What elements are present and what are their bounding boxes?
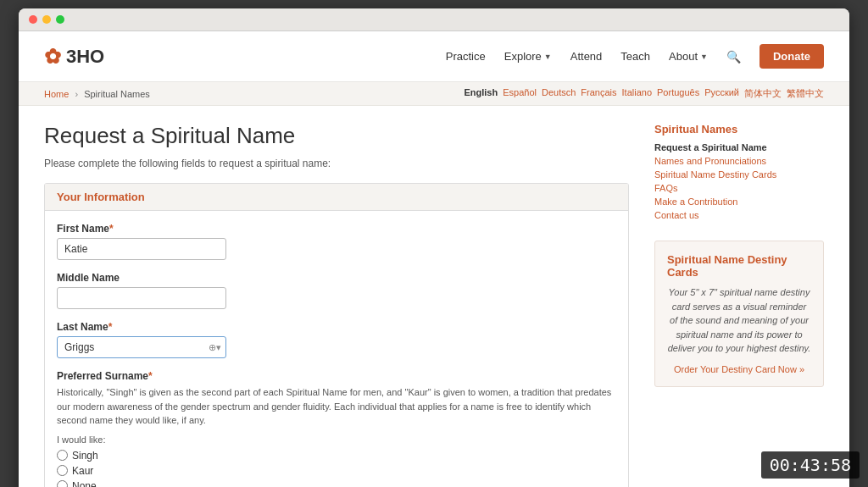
breadcrumb-home[interactable]: Home xyxy=(44,89,69,99)
sidebar-item-contribute[interactable]: Make a Contribution xyxy=(654,196,824,207)
explore-chevron-down-icon: ▼ xyxy=(544,53,552,61)
sidebar-card-link[interactable]: Order Your Destiny Card Now » xyxy=(667,364,811,374)
browser-window: ✿ 3HO Practice Explore ▼ Attend Teach Ab… xyxy=(19,8,849,487)
lang-francais[interactable]: Français xyxy=(581,87,616,100)
donate-button[interactable]: Donate xyxy=(760,44,824,69)
radio-none[interactable]: None xyxy=(57,480,616,488)
first-name-field: First Name* xyxy=(57,223,616,260)
lang-portugues[interactable]: Português xyxy=(657,87,699,100)
radio-kaur-input[interactable] xyxy=(57,465,68,476)
first-name-required: * xyxy=(109,223,114,235)
nav-link-practice[interactable]: Practice xyxy=(446,50,486,63)
radio-kaur-label: Kaur xyxy=(72,465,93,477)
radio-kaur[interactable]: Kaur xyxy=(57,465,616,477)
close-dot[interactable] xyxy=(29,15,37,24)
nav-dropdown-explore[interactable]: Explore ▼ xyxy=(504,50,552,63)
timer-value: 00:43:58 xyxy=(770,455,851,475)
nav-dropdown-about[interactable]: About ▼ xyxy=(669,50,708,63)
nav-link-about-label: About xyxy=(669,50,698,63)
last-name-label: Last Name* xyxy=(57,321,616,333)
browser-content: ✿ 3HO Practice Explore ▼ Attend Teach Ab… xyxy=(19,31,849,487)
breadcrumb-bar: Home › Spiritual Names English Español D… xyxy=(19,82,849,106)
middle-name-label: Middle Name xyxy=(57,272,616,284)
preferred-surname-label: Preferred Surname* xyxy=(57,370,616,382)
language-switcher: English Español Deutsch Français Italian… xyxy=(464,87,824,100)
logo-text: 3HO xyxy=(66,46,104,68)
page-subtitle: Please complete the following fields to … xyxy=(44,158,629,169)
last-name-input-wrapper: ⊕▾ xyxy=(57,336,226,358)
your-information-form: Your Information First Name* M xyxy=(44,183,629,487)
last-name-input[interactable] xyxy=(57,336,226,358)
sidebar-item-names[interactable]: Names and Pronunciations xyxy=(654,156,824,166)
preferred-surname-desc: Historically, "Singh" is given as the se… xyxy=(57,385,616,428)
maximize-dot[interactable] xyxy=(56,15,64,24)
sidebar: Spiritual Names Request a Spiritual Name… xyxy=(654,123,824,487)
logo-sun-icon: ✿ xyxy=(44,45,61,69)
lang-traditional-chinese[interactable]: 繁體中文 xyxy=(787,87,824,100)
nav-link-explore-label: Explore xyxy=(504,50,542,63)
sidebar-item-faqs[interactable]: FAQs xyxy=(654,183,824,193)
sidebar-nav-title: Spiritual Names xyxy=(654,123,824,136)
lang-russian[interactable]: Русский xyxy=(704,87,739,100)
sidebar-card-text: Your 5" x 7" spiritual name destiny card… xyxy=(667,285,811,356)
lang-deutsch[interactable]: Deutsch xyxy=(542,87,576,100)
page-title: Request a Spiritual Name xyxy=(44,123,629,149)
preferred-surname-required: * xyxy=(148,370,153,382)
radio-singh[interactable]: Singh xyxy=(57,450,616,462)
nav-links: Practice Explore ▼ Attend Teach About ▼ … xyxy=(446,44,824,69)
form-section-header: Your Information xyxy=(45,184,628,211)
last-name-field: Last Name* ⊕▾ xyxy=(57,321,616,358)
middle-name-field: Middle Name xyxy=(57,272,616,309)
first-name-input[interactable] xyxy=(57,238,226,260)
sidebar-card-title: Spiritual Name Destiny Cards xyxy=(667,253,811,279)
nav-bar: ✿ 3HO Practice Explore ▼ Attend Teach Ab… xyxy=(19,31,849,82)
sidebar-item-request[interactable]: Request a Spiritual Name xyxy=(654,142,824,152)
clear-icon[interactable]: ⊕▾ xyxy=(209,342,221,353)
timer-overlay: 00:43:58 xyxy=(761,451,860,479)
site-logo[interactable]: ✿ 3HO xyxy=(44,45,104,69)
i-would-like-label: I would like: xyxy=(57,434,616,445)
breadcrumb: Home › Spiritual Names xyxy=(44,89,150,99)
lang-espanol[interactable]: Español xyxy=(503,87,537,100)
radio-none-input[interactable] xyxy=(57,480,68,487)
browser-chrome xyxy=(19,8,849,31)
last-name-required: * xyxy=(108,321,113,333)
nav-link-teach[interactable]: Teach xyxy=(620,50,650,63)
about-chevron-down-icon: ▼ xyxy=(700,53,708,61)
form-section-body: First Name* Middle Name xyxy=(45,211,628,487)
middle-name-input[interactable] xyxy=(57,287,226,309)
minimize-dot[interactable] xyxy=(42,15,51,24)
content-area: Request a Spiritual Name Please complete… xyxy=(44,123,629,487)
breadcrumb-separator: › xyxy=(75,89,78,99)
nav-link-attend[interactable]: Attend xyxy=(570,50,603,63)
radio-none-label: None xyxy=(72,480,97,488)
radio-singh-input[interactable] xyxy=(57,450,68,461)
preferred-surname-section: Preferred Surname* Historically, "Singh"… xyxy=(57,370,616,487)
first-name-label: First Name* xyxy=(57,223,616,235)
sidebar-card: Spiritual Name Destiny Cards Your 5" x 7… xyxy=(654,241,824,387)
radio-singh-label: Singh xyxy=(72,450,98,462)
lang-simplified-chinese[interactable]: 简体中文 xyxy=(744,87,782,100)
main-container: Request a Spiritual Name Please complete… xyxy=(19,106,849,487)
sidebar-item-destiny-cards[interactable]: Spiritual Name Destiny Cards xyxy=(654,169,824,180)
search-icon[interactable]: 🔍 xyxy=(726,50,741,64)
lang-english[interactable]: English xyxy=(464,87,498,100)
sidebar-item-contact[interactable]: Contact us xyxy=(654,210,824,220)
lang-italiano[interactable]: Italiano xyxy=(622,87,652,100)
breadcrumb-current: Spiritual Names xyxy=(84,89,150,99)
